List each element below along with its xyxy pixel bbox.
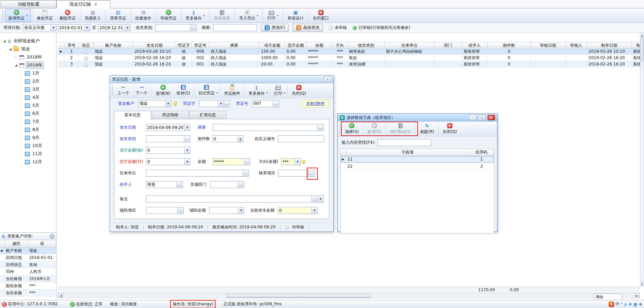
chevron-down-icon[interactable]: ▼ (218, 100, 224, 107)
dictionary-search-value[interactable] (378, 139, 431, 146)
scroll-left-icon[interactable]: ◀ (58, 293, 64, 298)
expander-open-icon[interactable]: ◢ (14, 63, 18, 67)
chevron-down-icon[interactable]: ▼ (184, 159, 190, 165)
toolbar-button-more[interactable]: »»更多操作▾ (183, 9, 208, 22)
debit-amount-value[interactable] (146, 147, 184, 153)
voucher-button-save[interactable]: 保存(S) (173, 84, 193, 97)
toolbar-button-audit[interactable]: ✓审核凭证 (157, 9, 180, 22)
expander-closed-icon[interactable]: ▷ (14, 55, 18, 59)
ellipsis-browse-icon[interactable]: … (190, 25, 196, 31)
column-header-account[interactable]: 账户名称 (93, 42, 133, 48)
expander-open-icon[interactable]: ◢ (8, 47, 12, 51)
date-to-picker[interactable]: ▼ (98, 24, 130, 31)
summary-filter-input[interactable] (213, 24, 257, 31)
actual-amount-value[interactable] (278, 207, 311, 214)
accounting-item-input[interactable] (278, 170, 308, 177)
direction-combobox[interactable]: ▼ (281, 158, 301, 165)
ime-glyph-icon[interactable]: 中 (615, 301, 619, 307)
aux-amount-value[interactable] (210, 207, 238, 214)
chevron-down-icon[interactable]: ▼ (238, 207, 244, 214)
sort-code-column-header[interactable]: 排序码 (469, 149, 494, 156)
close-icon[interactable]: × (324, 77, 331, 82)
attach-count-stepper[interactable]: ▲▼ (212, 135, 243, 142)
toolbar-button-io[interactable]: ⇵导入导出▾ (236, 9, 261, 22)
voucher-word-combobox[interactable]: ▼ … (199, 100, 230, 107)
tree-item-3月[interactable]: 3月 (0, 85, 56, 93)
tree-item-现金[interactable]: ◢现金 (0, 45, 56, 53)
department-lookup[interactable]: … (210, 181, 244, 188)
department-value[interactable] (210, 181, 238, 188)
column-header-type[interactable]: 收支类别 (348, 42, 385, 48)
tree-item-全部现金账户[interactable]: ◢⌂全部现金账户 (0, 37, 56, 45)
ellipsis-browse-icon[interactable]: … (242, 170, 249, 176)
search-button[interactable]: 查询(F) (261, 24, 289, 32)
chevron-down-icon[interactable]: ▾ (203, 14, 205, 17)
column-header-num[interactable]: 序号 (65, 42, 79, 48)
tree-item-10月[interactable]: 10月 (0, 142, 56, 150)
column-header-summary[interactable]: 摘要 (209, 42, 260, 48)
balance-field[interactable]: … (213, 158, 250, 165)
voucher-number-input[interactable]: … (252, 100, 279, 107)
tab-function-navigation[interactable]: 功能导航窗 (1, 0, 56, 8)
chevron-down-icon[interactable]: ▾ (257, 14, 258, 17)
toolbar-button-easy-entry[interactable]: ▦简易录入 (82, 9, 104, 22)
ellipsis-browse-icon[interactable]: … (177, 207, 183, 214)
ime-logo-icon[interactable]: S (609, 302, 614, 307)
tree-item-5月[interactable]: 5月 (0, 101, 56, 109)
horizontal-scroll-thumb[interactable]: ⋯ (226, 294, 371, 298)
vertical-scroll-thumb[interactable] (641, 38, 643, 61)
scroll-right-icon[interactable]: ▶ (634, 293, 640, 298)
occur-date-value[interactable] (146, 124, 184, 131)
toolbar-button-batch[interactable]: ⧉批量操作 (132, 9, 154, 22)
aux-item-value[interactable] (146, 207, 177, 214)
toolbar-button-add[interactable]: +新增凭证▾ (5, 9, 31, 22)
handler-lookup[interactable]: … (146, 181, 183, 188)
column-header-auditor[interactable]: 审核人 (566, 42, 587, 48)
actual-amount-combobox[interactable]: ▼ (278, 207, 317, 214)
note-value[interactable] (146, 196, 311, 202)
tree-item-2018年[interactable]: ▷2018年 (0, 53, 56, 61)
ellipsis-browse-icon[interactable]: … (308, 170, 315, 177)
toolbar-button-book[interactable]: 查看账簿 (211, 9, 233, 22)
chevron-down-icon[interactable]: ▾ (26, 14, 28, 17)
property-column-header[interactable]: 属性 (5, 240, 28, 247)
summary-input[interactable]: … (213, 124, 324, 131)
vertical-scrollbar[interactable]: ▲ ▼ (640, 33, 644, 287)
table-row[interactable]: ▶1现金2019-03-26 10:10收006存入现金150.000.00**… (58, 48, 640, 55)
ime-glyph-icon[interactable]: ▦ (634, 302, 637, 307)
chevron-down-icon[interactable]: ▼ (184, 147, 190, 153)
toolbar-button-delete[interactable]: ×删除凭证 (56, 9, 79, 22)
ime-glyph-icon[interactable]: ✚ (639, 302, 642, 307)
tree-item-9月[interactable]: 9月 (0, 134, 56, 142)
voucher-button-more[interactable]: »»更多操作 (245, 84, 268, 97)
ellipsis-browse-icon[interactable]: … (317, 124, 323, 131)
chevron-down-icon[interactable]: ▼ (165, 100, 171, 107)
voucher-button-close[interactable]: ×关闭(Q) (289, 84, 309, 97)
detail-row[interactable]: 启用状态有效 (0, 261, 56, 268)
close-icon[interactable]: × (488, 115, 495, 120)
ellipsis-browse-icon[interactable]: … (177, 181, 183, 188)
toolbar-button-edit[interactable]: 修改凭证 (34, 9, 56, 22)
ellipsis-browse-icon[interactable]: … (184, 136, 190, 142)
direction-value[interactable] (281, 159, 295, 165)
dict-item-column-header[interactable]: 字典项 (346, 149, 469, 156)
tree-item-8月[interactable]: 8月 (0, 126, 56, 134)
tree-item-11月[interactable]: 11月 (0, 150, 56, 158)
income-type-value[interactable] (146, 136, 184, 142)
accounting-item-value[interactable] (279, 170, 308, 176)
column-header-debit[interactable]: 借方金额 (260, 42, 285, 48)
occur-date-picker[interactable]: ▼ (146, 124, 190, 131)
voucher-button-add[interactable]: +新增(N) (153, 84, 173, 97)
summary-filter-value[interactable] (214, 25, 257, 31)
chevron-down-icon[interactable]: ▼ (311, 207, 317, 214)
chevron-down-icon[interactable]: ▼ (84, 25, 90, 31)
horizontal-scrollbar[interactable]: ◀ ⋯ ▶ (58, 293, 640, 298)
counterparty-value[interactable] (146, 170, 242, 176)
column-header-unit[interactable]: 往来单位 (385, 42, 434, 48)
date-from-value[interactable] (58, 25, 84, 31)
date-to-value[interactable] (99, 25, 124, 31)
detail-row[interactable]: 启用日期2016-01-01 (0, 254, 56, 261)
refresh-icon[interactable]: ↻ (2, 234, 6, 239)
income-type-value[interactable] (156, 25, 190, 31)
debit-amount-combobox[interactable]: ▼ (146, 147, 190, 154)
